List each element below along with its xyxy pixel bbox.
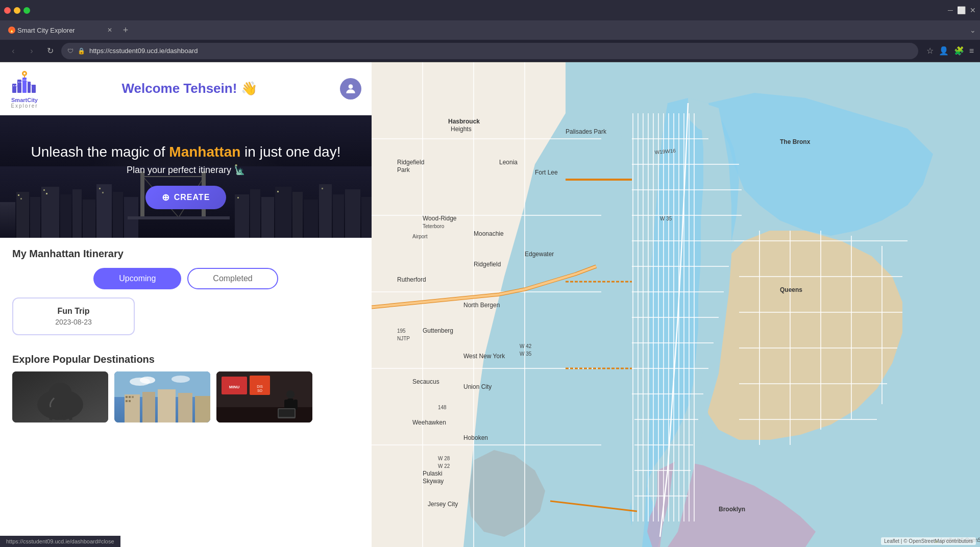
app-header: SmartCity Explorer Welcome Tehsein! 👋: [0, 62, 372, 115]
svg-rect-40: [345, 189, 360, 238]
minimize-window-btn[interactable]: [14, 7, 20, 14]
destination-card-2[interactable]: [114, 371, 210, 422]
star-icon[interactable]: ☆: [926, 46, 934, 56]
svg-text:North Bergen: North Bergen: [463, 302, 500, 309]
forward-btn[interactable]: ›: [24, 44, 39, 58]
svg-rect-66: [178, 393, 192, 422]
svg-text:Fort Lee: Fort Lee: [535, 169, 558, 176]
svg-point-81: [286, 390, 295, 399]
svg-text:Edgewater: Edgewater: [525, 251, 554, 258]
lock-icon: 🔒: [78, 47, 85, 55]
svg-text:W 22: W 22: [438, 463, 450, 469]
url-text[interactable]: https://csstudent09.ucd.ie/dashboard: [89, 47, 912, 55]
svg-text:Moonachie: Moonachie: [474, 230, 504, 237]
svg-text:Skyway: Skyway: [423, 478, 444, 485]
svg-point-14: [349, 84, 353, 89]
window-controls[interactable]: [4, 7, 30, 14]
hero-title-suffix: in just one day!: [240, 144, 340, 160]
svg-rect-86: [279, 409, 295, 417]
restore-icon[interactable]: ⬜: [957, 6, 966, 14]
svg-rect-42: [18, 194, 19, 196]
svg-rect-16: [0, 202, 15, 238]
svg-rect-65: [158, 389, 176, 422]
svg-text:NJTP: NJTP: [397, 336, 410, 341]
maximize-window-btn[interactable]: [23, 7, 30, 14]
dest-3-image: MINU DIS SO: [216, 371, 312, 422]
profile-icon[interactable]: 👤: [939, 46, 949, 56]
logo-wordmark: SmartCity Explorer: [11, 97, 38, 109]
svg-text:Brooklyn: Brooklyn: [719, 506, 745, 513]
svg-rect-43: [20, 198, 22, 200]
new-tab-btn[interactable]: +: [118, 23, 133, 37]
hero-subtitle: Plan your perfect itinerary 🗽: [31, 164, 341, 176]
destination-card-3[interactable]: MINU DIS SO: [216, 371, 312, 422]
itinerary-section: My Manhattan Itinerary Upcoming Complete…: [0, 238, 372, 345]
tab-close-btn[interactable]: ✕: [107, 27, 112, 34]
hero-highlight: Manhattan: [169, 144, 240, 160]
svg-text:Jersey City: Jersey City: [428, 501, 458, 508]
map-container[interactable]: .water { fill: #aad3df; } .land { fill: …: [372, 62, 980, 547]
osm-credit: © OpenStreetMap contributors: [903, 538, 973, 544]
back-btn[interactable]: ‹: [6, 44, 20, 58]
close-window-btn[interactable]: [4, 7, 11, 14]
hero-title-prefix: Unleash the magic of: [31, 144, 169, 160]
hero-title: Unleash the magic of Manhattan in just o…: [31, 144, 341, 160]
active-tab[interactable]: 🔥 Smart City Explorer ✕: [4, 21, 116, 39]
svg-rect-71: [126, 400, 128, 402]
svg-text:Union City: Union City: [463, 383, 492, 390]
tab-list-icon[interactable]: ⌄: [970, 26, 976, 34]
trip-cards-list: Fun Trip 2023-08-23: [12, 297, 359, 335]
shield-icon: 🛡: [67, 47, 74, 55]
destination-card-1[interactable]: [12, 371, 108, 422]
welcome-text: Welcome Tehsein! 👋: [121, 81, 257, 96]
svg-rect-69: [129, 396, 131, 398]
logo-icon: [10, 68, 39, 97]
svg-rect-63: [125, 394, 140, 422]
svg-text:148: 148: [438, 405, 447, 410]
extensions-icon[interactable]: 🧩: [954, 46, 964, 56]
svg-text:Leonia: Leonia: [499, 159, 518, 166]
svg-rect-68: [126, 396, 128, 398]
menu-icon[interactable]: ≡: [969, 46, 974, 56]
reload-btn[interactable]: ↻: [43, 44, 57, 58]
trip-card-name: Fun Trip: [26, 307, 121, 316]
svg-rect-72: [129, 400, 131, 402]
window-right-controls[interactable]: ─ ⬜ ✕: [948, 6, 976, 14]
svg-text:195: 195: [397, 328, 406, 334]
user-avatar-btn[interactable]: [340, 78, 361, 100]
browser-chrome: ─ ⬜ ✕ 🔥 Smart City Explorer ✕ + ⌄ ‹ › ↻ …: [0, 0, 980, 62]
svg-line-56: [63, 412, 65, 420]
close-icon[interactable]: ✕: [970, 6, 976, 14]
tab-bar-right: ⌄: [970, 26, 976, 34]
svg-text:Heights: Heights: [451, 126, 472, 133]
left-panel: SmartCity Explorer Welcome Tehsein! 👋: [0, 62, 372, 547]
svg-text:MINU: MINU: [229, 385, 240, 389]
svg-text:The Bronx: The Bronx: [780, 138, 811, 145]
title-bar: ─ ⬜ ✕: [0, 0, 980, 20]
itinerary-section-title: My Manhattan Itinerary: [12, 248, 359, 260]
svg-text:Airport: Airport: [412, 234, 428, 239]
svg-point-12: [23, 72, 26, 74]
completed-tab-btn[interactable]: Completed: [187, 268, 278, 289]
create-itinerary-btn[interactable]: ⊕ CREATE: [145, 186, 227, 209]
svg-text:W 35: W 35: [520, 351, 532, 357]
minimize-icon[interactable]: ─: [948, 6, 953, 14]
hero-banner: Unleash the magic of Manhattan in just o…: [0, 115, 372, 238]
destination-cards-list: MINU DIS SO: [12, 371, 359, 422]
svg-text:W 42: W 42: [520, 343, 532, 349]
upcoming-tab-btn[interactable]: Upcoming: [93, 268, 181, 289]
svg-rect-70: [132, 396, 134, 398]
svg-rect-75: [216, 407, 312, 422]
trip-card[interactable]: Fun Trip 2023-08-23: [12, 297, 135, 335]
svg-rect-17: [16, 192, 29, 238]
dest-2-image: [114, 371, 210, 422]
svg-point-62: [172, 376, 190, 383]
svg-line-55: [57, 412, 58, 420]
create-btn-wrapper: ⊕ CREATE: [31, 186, 341, 209]
svg-rect-41: [361, 197, 372, 238]
tab-bar: 🔥 Smart City Explorer ✕ + ⌄: [0, 20, 980, 40]
hero-content: Unleash the magic of Manhattan in just o…: [31, 144, 341, 209]
explore-section: Explore Popular Destinations: [0, 345, 372, 431]
trip-card-date: 2023-08-23: [26, 318, 121, 326]
address-bar[interactable]: 🛡 🔒 https://csstudent09.ucd.ie/dashboard: [61, 43, 918, 59]
